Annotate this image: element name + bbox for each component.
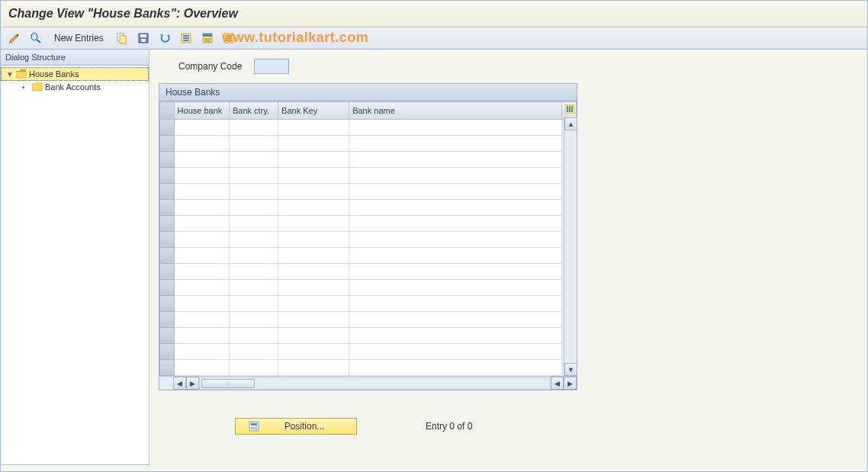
table-cell[interactable] bbox=[229, 168, 278, 184]
table-row[interactable] bbox=[160, 264, 577, 280]
table-cell[interactable] bbox=[174, 232, 229, 248]
table-cell[interactable] bbox=[174, 216, 229, 232]
column-header-house-bank[interactable]: House bank bbox=[174, 102, 229, 120]
column-header-bank-key[interactable]: Bank Key bbox=[278, 102, 349, 120]
tree-item-house-banks[interactable]: ▼ House Banks bbox=[1, 67, 149, 81]
table-cell[interactable] bbox=[229, 200, 278, 216]
undo-change-icon[interactable] bbox=[156, 31, 174, 46]
deselect-all-icon[interactable] bbox=[220, 31, 238, 46]
row-selector[interactable] bbox=[160, 248, 175, 264]
table-cell[interactable] bbox=[229, 152, 278, 168]
row-selector[interactable] bbox=[160, 360, 175, 376]
row-selector[interactable] bbox=[160, 328, 175, 344]
table-cell[interactable] bbox=[349, 264, 562, 280]
table-cell[interactable] bbox=[278, 200, 349, 216]
row-selector[interactable] bbox=[160, 120, 175, 136]
copy-as-icon[interactable] bbox=[113, 31, 131, 46]
column-header-bank-name[interactable]: Bank name bbox=[349, 102, 562, 120]
table-cell[interactable] bbox=[229, 136, 278, 152]
select-block-icon[interactable] bbox=[198, 31, 217, 46]
row-selector[interactable] bbox=[160, 184, 175, 200]
position-button[interactable]: Position... bbox=[235, 418, 357, 435]
table-cell[interactable] bbox=[174, 168, 229, 184]
save-icon[interactable] bbox=[134, 31, 153, 46]
horizontal-scrollbar[interactable]: ◀ ▶ ::: ◀ ▶ bbox=[159, 376, 577, 390]
table-cell[interactable] bbox=[349, 232, 562, 248]
row-selector[interactable] bbox=[160, 136, 175, 152]
hscroll-thumb[interactable]: ::: bbox=[201, 379, 255, 388]
table-cell[interactable] bbox=[278, 184, 349, 200]
row-selector[interactable] bbox=[160, 168, 175, 184]
table-cell[interactable] bbox=[174, 264, 229, 280]
new-entries-button[interactable]: New Entries bbox=[48, 31, 110, 46]
table-cell[interactable] bbox=[349, 136, 562, 152]
table-cell[interactable] bbox=[229, 296, 278, 312]
table-cell[interactable] bbox=[174, 328, 229, 344]
table-cell[interactable] bbox=[174, 312, 229, 328]
table-cell[interactable] bbox=[349, 312, 562, 328]
table-cell[interactable] bbox=[349, 248, 562, 264]
row-selector[interactable] bbox=[160, 152, 175, 168]
select-all-icon[interactable] bbox=[177, 31, 195, 46]
scroll-left-step-icon[interactable]: ◀ bbox=[551, 377, 564, 390]
table-row[interactable] bbox=[160, 216, 577, 232]
find-icon[interactable] bbox=[27, 31, 45, 46]
scroll-down-icon[interactable]: ▼ bbox=[564, 363, 577, 376]
table-cell[interactable] bbox=[278, 136, 349, 152]
table-cell[interactable] bbox=[229, 216, 278, 232]
table-cell[interactable] bbox=[349, 280, 562, 296]
table-row[interactable] bbox=[160, 184, 577, 200]
table-row[interactable] bbox=[160, 152, 577, 168]
table-row[interactable] bbox=[160, 120, 577, 136]
table-cell[interactable] bbox=[349, 216, 562, 232]
tree-item-bank-accounts[interactable]: • Bank Accounts bbox=[1, 81, 149, 93]
table-cell[interactable] bbox=[174, 296, 229, 312]
row-selector[interactable] bbox=[160, 200, 175, 216]
table-cell[interactable] bbox=[174, 184, 229, 200]
table-row[interactable] bbox=[160, 344, 577, 360]
row-selector[interactable] bbox=[160, 232, 175, 248]
row-selector[interactable] bbox=[160, 264, 175, 280]
table-cell[interactable] bbox=[229, 232, 278, 248]
table-cell[interactable] bbox=[229, 280, 278, 296]
table-cell[interactable] bbox=[174, 200, 229, 216]
scroll-left-icon[interactable]: ◀ bbox=[173, 377, 186, 390]
table-cell[interactable] bbox=[278, 312, 349, 328]
table-cell[interactable] bbox=[174, 344, 229, 360]
table-cell[interactable] bbox=[349, 168, 562, 184]
table-row[interactable] bbox=[160, 136, 577, 152]
table-row[interactable] bbox=[160, 296, 577, 312]
table-cell[interactable] bbox=[174, 120, 229, 136]
table-cell[interactable] bbox=[278, 264, 349, 280]
table-cell[interactable] bbox=[278, 344, 349, 360]
table-row[interactable] bbox=[160, 328, 577, 344]
row-selector[interactable] bbox=[160, 344, 175, 360]
chevron-down-icon[interactable]: ▼ bbox=[6, 70, 14, 79]
table-cell[interactable] bbox=[349, 200, 562, 216]
table-row[interactable] bbox=[160, 248, 577, 264]
vertical-scrollbar[interactable]: ▲ ▼ bbox=[564, 117, 577, 376]
table-row[interactable] bbox=[160, 360, 577, 376]
table-cell[interactable] bbox=[278, 120, 349, 136]
table-cell[interactable] bbox=[278, 248, 349, 264]
table-cell[interactable] bbox=[349, 120, 562, 136]
table-row[interactable] bbox=[160, 232, 577, 248]
table-row[interactable] bbox=[160, 200, 577, 216]
table-cell[interactable] bbox=[174, 152, 229, 168]
table-cell[interactable] bbox=[229, 264, 278, 280]
table-cell[interactable] bbox=[229, 248, 278, 264]
hscroll-track[interactable]: ::: bbox=[199, 377, 551, 390]
table-cell[interactable] bbox=[229, 184, 278, 200]
column-header-bank-ctry[interactable]: Bank ctry. bbox=[229, 102, 278, 120]
table-cell[interactable] bbox=[349, 344, 562, 360]
table-cell[interactable] bbox=[174, 360, 229, 376]
table-cell[interactable] bbox=[229, 328, 278, 344]
row-selector[interactable] bbox=[160, 296, 175, 312]
table-cell[interactable] bbox=[349, 360, 562, 376]
table-cell[interactable] bbox=[278, 296, 349, 312]
table-cell[interactable] bbox=[278, 360, 349, 376]
table-cell[interactable] bbox=[278, 152, 349, 168]
table-row[interactable] bbox=[160, 168, 577, 184]
table-cell[interactable] bbox=[278, 216, 349, 232]
row-selector[interactable] bbox=[160, 216, 175, 232]
